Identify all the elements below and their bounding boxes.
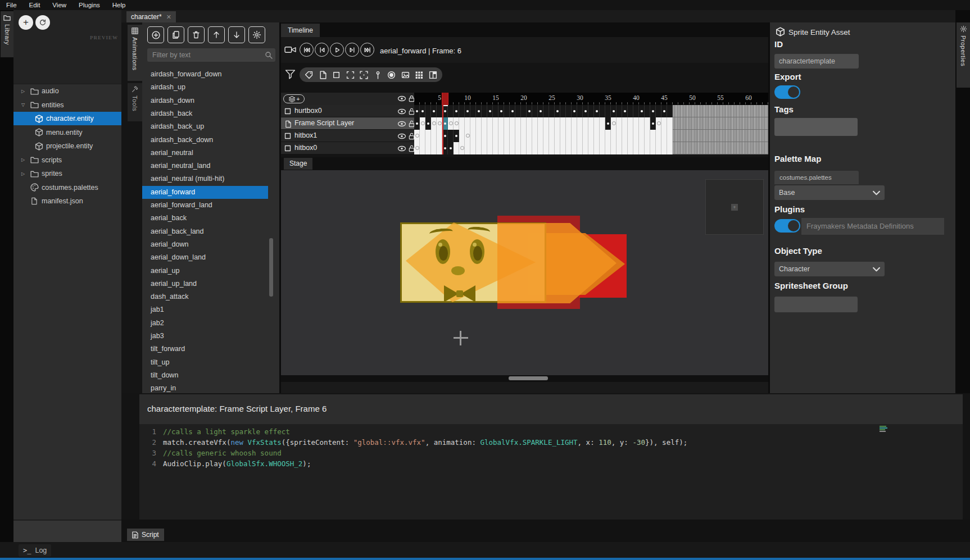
- tab-animations[interactable]: Animations: [128, 25, 142, 81]
- grid-icon[interactable]: [415, 71, 423, 79]
- animation-item-jab3[interactable]: jab3: [142, 330, 268, 343]
- tab-character-document[interactable]: character* ✕: [126, 11, 176, 22]
- animation-settings-button[interactable]: [248, 26, 265, 43]
- timeline-ruler[interactable]: 51015202530354045505560: [414, 93, 768, 105]
- menu-item-edit[interactable]: Edit: [23, 0, 47, 10]
- animation-item-airdash-forward-down[interactable]: airdash_forward_down: [142, 68, 268, 81]
- animation-item-airdash-back-down[interactable]: airdash_back_down: [142, 134, 268, 147]
- menu-item-help[interactable]: Help: [106, 0, 132, 10]
- animation-item-aerial-neutral-multi-hit-[interactable]: aerial_neutral (multi-hit): [142, 172, 268, 185]
- refresh-preview-button[interactable]: [35, 15, 50, 30]
- layer-frames-hitbox0[interactable]: [414, 142, 768, 154]
- animation-item-aerial-neutral-land[interactable]: aerial_neutral_land: [142, 160, 268, 172]
- animation-item-aerial-forward-land[interactable]: aerial_forward_land: [142, 199, 268, 212]
- tree-item-sprites[interactable]: ▷sprites: [13, 167, 121, 180]
- menu-item-file[interactable]: File: [0, 0, 23, 10]
- tree-item-entities[interactable]: ▽entities: [13, 98, 121, 112]
- log-toggle-button[interactable]: >_ Log: [19, 544, 51, 557]
- tab-timeline[interactable]: Timeline: [281, 24, 320, 37]
- playhead-line[interactable]: [442, 105, 443, 154]
- eye-icon[interactable]: [397, 95, 406, 102]
- caret-closed-icon[interactable]: ▷: [21, 157, 25, 162]
- tab-stage[interactable]: Stage: [284, 158, 312, 170]
- animation-item-dash-attack[interactable]: dash_attack: [142, 290, 268, 303]
- animation-item-aerial-up[interactable]: aerial_up: [142, 265, 268, 277]
- layer-row-hitbox1[interactable]: hitbox1: [281, 130, 414, 142]
- filter-input[interactable]: [147, 48, 275, 62]
- tab-properties[interactable]: Properties: [957, 22, 970, 88]
- code-editor[interactable]: 1//calls a light sparkle effect2match.cr…: [139, 424, 963, 525]
- tree-item-character-entity[interactable]: character.entity: [13, 112, 121, 125]
- animation-item-tilt-up[interactable]: tilt_up: [142, 356, 268, 369]
- eye-icon[interactable]: [397, 108, 406, 115]
- file-icon[interactable]: [319, 71, 327, 79]
- duplicate-animation-button[interactable]: [167, 26, 184, 43]
- object-type-select[interactable]: Character: [774, 262, 885, 276]
- animation-item-aerial-forward[interactable]: aerial_forward: [142, 186, 268, 199]
- filter-funnel-icon[interactable]: [285, 69, 296, 80]
- palette-select[interactable]: Base: [774, 185, 885, 200]
- plugin-toggle[interactable]: [774, 219, 800, 233]
- animation-item-jab1[interactable]: jab1: [142, 303, 268, 316]
- skip-end-button[interactable]: [360, 43, 374, 57]
- palette-source-chip[interactable]: costumes.palettes: [774, 171, 859, 184]
- animation-list-scrollbar[interactable]: [269, 238, 273, 297]
- step-forward-button[interactable]: [345, 43, 359, 57]
- skip-start-button[interactable]: [300, 43, 314, 57]
- eye-icon[interactable]: [397, 133, 406, 139]
- menu-item-plugins[interactable]: Plugins: [72, 0, 106, 10]
- tab-library[interactable]: Library: [1, 11, 13, 57]
- tree-item-menu-entity[interactable]: menu.entity: [13, 126, 121, 139]
- layer-row-hitbox0[interactable]: hitbox0: [281, 142, 414, 154]
- tab-tools[interactable]: Tools: [128, 83, 142, 121]
- columns-icon[interactable]: [429, 71, 437, 79]
- stage-horizontal-scrollbar[interactable]: [509, 376, 548, 380]
- frame-large-icon[interactable]: [360, 71, 368, 79]
- animation-item-aerial-neutral[interactable]: aerial_neutral: [142, 147, 268, 160]
- animation-item-tilt-down[interactable]: tilt_down: [142, 369, 268, 382]
- add-layer-button[interactable]: +: [283, 94, 305, 103]
- animation-item-aerial-down-land[interactable]: aerial_down_land: [142, 251, 268, 264]
- eye-icon[interactable]: [397, 145, 406, 152]
- move-up-button[interactable]: [208, 26, 225, 43]
- animation-item-aerial-up-land[interactable]: aerial_up_land: [142, 277, 268, 290]
- animation-item-airdash-up[interactable]: airdash_up: [142, 81, 268, 94]
- caret-open-icon[interactable]: ▽: [21, 102, 25, 107]
- tab-script[interactable]: Script: [127, 529, 164, 541]
- circle-icon[interactable]: [387, 71, 396, 79]
- layer-row-hurtbox0[interactable]: hurtbox0: [281, 105, 414, 117]
- ruler-playhead[interactable]: [442, 93, 448, 105]
- tag-icon[interactable]: [305, 71, 313, 79]
- tree-item-projectile-entity[interactable]: projectile.entity: [13, 139, 121, 153]
- tree-item-audio[interactable]: ▷audio: [13, 84, 121, 98]
- image-icon[interactable]: [401, 71, 410, 79]
- animation-item-airdash-back[interactable]: airdash_back: [142, 107, 268, 120]
- animation-item-tilt-forward[interactable]: tilt_forward: [142, 343, 268, 356]
- layer-frames-frame-script-layer[interactable]: [414, 117, 768, 130]
- animation-item-aerial-back[interactable]: aerial_back: [142, 212, 268, 225]
- add-animation-button[interactable]: [147, 26, 164, 43]
- eye-icon[interactable]: [397, 121, 406, 127]
- animation-item-aerial-down[interactable]: aerial_down: [142, 238, 268, 251]
- animation-item-airdash-back-up[interactable]: airdash_back_up: [142, 120, 268, 133]
- animation-item-jab2[interactable]: jab2: [142, 317, 268, 330]
- layer-row-frame-script-layer[interactable]: Frame Script Layer: [281, 117, 414, 130]
- play-button[interactable]: [330, 43, 344, 57]
- frame-small-icon[interactable]: [346, 71, 355, 79]
- export-toggle[interactable]: [774, 85, 800, 99]
- menu-item-view[interactable]: View: [46, 0, 72, 10]
- spritesheet-group-field[interactable]: [774, 297, 858, 312]
- animation-item-aerial-back-land[interactable]: aerial_back_land: [142, 225, 268, 238]
- layer-frames-hurtbox0[interactable]: [414, 105, 768, 117]
- step-back-button[interactable]: [315, 43, 329, 57]
- stage-canvas[interactable]: +: [281, 170, 768, 375]
- close-icon[interactable]: ✕: [166, 13, 171, 21]
- spritesheet-preview[interactable]: +: [705, 179, 764, 235]
- tree-item-manifest-json[interactable]: manifest.json: [13, 194, 121, 208]
- square-icon[interactable]: [332, 71, 341, 79]
- caret-closed-icon[interactable]: ▷: [21, 89, 25, 94]
- id-field[interactable]: [774, 54, 859, 69]
- tree-item-costumes-palettes[interactable]: costumes.palettes: [13, 181, 121, 194]
- add-preview-button[interactable]: +: [19, 15, 33, 30]
- pin-icon[interactable]: [374, 71, 382, 79]
